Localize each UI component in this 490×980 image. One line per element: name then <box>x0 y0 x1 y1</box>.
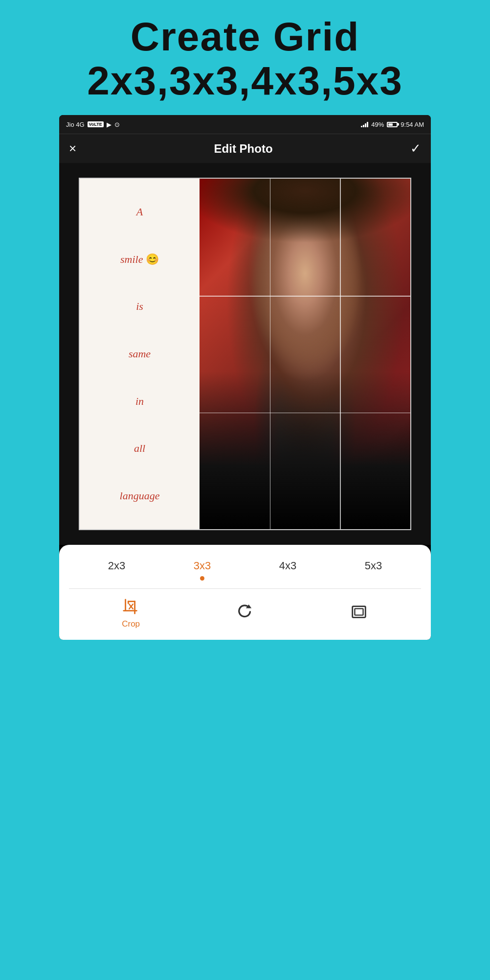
active-dot-3x3 <box>200 576 204 581</box>
grid-options: 2x3 3x3 4x3 5x3 <box>59 555 431 588</box>
poem-line-1: A <box>136 205 143 220</box>
banner-title: Create Grid 2x3,3x3,4x3,5x3 <box>10 15 480 103</box>
toolbar: Crop <box>59 589 431 635</box>
signal-icon <box>361 121 368 127</box>
photo-background <box>200 179 410 529</box>
inactive-dot-5x3 <box>371 576 376 581</box>
app-header: × Edit Photo ✓ <box>59 134 431 163</box>
aspect-tool[interactable] <box>334 603 383 624</box>
instagram-icon: ⊙ <box>114 121 120 128</box>
text-panel: A smile 😊 is same in all language <box>80 179 200 529</box>
grid-option-4x3[interactable]: 4x3 <box>268 560 308 581</box>
rotate-tool[interactable] <box>221 603 269 624</box>
crop-icon <box>122 598 140 616</box>
grid-label-5x3: 5x3 <box>365 560 382 572</box>
status-right: 49% 9:54 AM <box>361 121 424 128</box>
status-left: Jio 4G VoLTE ▶ ⊙ <box>66 121 120 128</box>
grid-option-2x3[interactable]: 2x3 <box>97 560 136 581</box>
svg-rect-11 <box>355 609 363 615</box>
grid-option-5x3[interactable]: 5x3 <box>354 560 393 581</box>
poem-line-4: same <box>129 347 151 362</box>
grid-option-3x3[interactable]: 3x3 <box>183 560 222 581</box>
status-bar: Jio 4G VoLTE ▶ ⊙ 49% 9:54 AM <box>59 115 431 134</box>
header-title: Edit Photo <box>214 142 273 156</box>
bottom-panel: 2x3 3x3 4x3 5x3 <box>59 545 431 640</box>
main-content: A smile 😊 is same in all language <box>59 163 431 545</box>
poem-line-7: language <box>120 489 160 504</box>
grid-label-4x3: 4x3 <box>279 560 296 572</box>
poem-line-2: smile 😊 <box>120 252 159 267</box>
grid-label-3x3: 3x3 <box>194 560 211 572</box>
poem-line-5: in <box>135 394 144 409</box>
youtube-icon: ▶ <box>107 121 111 128</box>
poem-line-6: all <box>134 441 145 456</box>
close-button[interactable]: × <box>69 141 76 156</box>
confirm-button[interactable]: ✓ <box>410 141 421 156</box>
volte-badge: VoLTE <box>88 121 104 127</box>
poem-line-3: is <box>136 299 143 314</box>
composite-image: A smile 😊 is same in all language <box>79 178 411 530</box>
time-display: 9:54 AM <box>401 121 424 128</box>
inactive-dot-2x3 <box>114 576 119 581</box>
rotate-icon <box>236 603 254 621</box>
battery-icon <box>387 122 398 127</box>
grid-label-2x3: 2x3 <box>108 560 125 572</box>
carrier-text: Jio 4G <box>66 121 85 128</box>
inactive-dot-4x3 <box>286 576 290 581</box>
battery-percent: 49% <box>371 121 384 128</box>
crop-label: Crop <box>122 619 140 629</box>
photo-panel <box>200 179 410 529</box>
aspect-icon <box>350 603 368 621</box>
banner: Create Grid 2x3,3x3,4x3,5x3 <box>0 0 490 115</box>
crop-tool[interactable]: Crop <box>107 598 156 629</box>
phone-frame: Jio 4G VoLTE ▶ ⊙ 49% 9:54 AM × Edit Phot… <box>59 115 431 640</box>
